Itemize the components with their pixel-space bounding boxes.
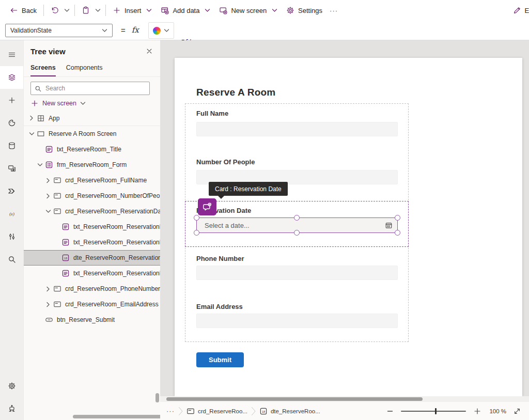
new-screen-tree-button[interactable]: New screen [30, 99, 86, 107]
field-input-phone-number[interactable] [196, 266, 398, 280]
tree-item-frm-reserveroom-form[interactable]: frm_ReserveRoom_Form [24, 157, 160, 173]
rail-insert-button[interactable] [0, 89, 23, 112]
screen-canvas[interactable]: Reserve A Room Full NameNumber Of People… [175, 58, 522, 396]
tab-screens[interactable]: Screens [30, 64, 56, 76]
field-label-full-name[interactable]: Full Name [196, 110, 228, 117]
fx-label: fx [132, 25, 139, 35]
field-input-email-address[interactable] [196, 314, 398, 328]
tree-item-crd-reserveroom-fullname[interactable]: crd_ReserveRoom_FullName [24, 173, 160, 188]
insert-button[interactable]: Insert [109, 3, 158, 18]
tree-item-label: txt_ReserveRoom_ReservationDate [73, 270, 160, 277]
close-icon[interactable] [146, 48, 153, 55]
breadcrumb-item-crd-reserveroo-[interactable]: crd_ReserveRoo... [186, 407, 247, 415]
submit-button[interactable]: Submit [196, 352, 244, 367]
card-control-icon [53, 192, 61, 200]
property-chevron-icon [102, 28, 107, 33]
gear-icon [286, 6, 294, 14]
paste-menu-chevron[interactable] [94, 5, 102, 15]
rail-settings-button[interactable] [0, 375, 23, 397]
tab-components[interactable]: Components [66, 64, 103, 76]
tree-item-txt-reserveroom-title[interactable]: txt_ReserveRoom_Title [24, 142, 160, 157]
resize-handle[interactable] [395, 230, 400, 236]
toolbar-overflow-button[interactable]: ··· [326, 4, 341, 17]
tree-item-txt-reserveroom-reservationdate[interactable]: txt_ReserveRoom_ReservationDate [24, 266, 160, 281]
chevron-right-icon[interactable] [44, 193, 52, 199]
add-data-chevron-icon [203, 5, 212, 15]
card-control-icon [53, 285, 61, 293]
rail-media-button[interactable] [0, 157, 23, 180]
settings-button[interactable]: Settings [283, 4, 326, 17]
tree-vertical-scrollbar[interactable] [155, 393, 159, 402]
tree-item-crd-reserveroom-reservationdate[interactable]: crd_ReserveRoom_ReservationDate [24, 204, 160, 219]
rail-advanced-tools-button[interactable] [0, 225, 23, 248]
card-comment-badge[interactable] [198, 198, 216, 215]
label-control-icon [61, 238, 70, 246]
variables-icon: (x) [8, 210, 16, 218]
rail-tree-view-button[interactable] [0, 66, 23, 89]
undo-button[interactable] [47, 4, 63, 17]
fit-to-window-icon[interactable] [514, 408, 521, 415]
tree-item-txt-reserveroom-reservationdate[interactable]: txt_ReserveRoom_ReservationDate [24, 219, 160, 235]
tree-item-reserve-a-room-screen[interactable]: Reserve A Room Screen [24, 126, 160, 142]
formula-bar: ValidationState = fx If( And( [0, 21, 529, 40]
zoom-slider-handle[interactable] [435, 408, 437, 414]
rail-variables-button[interactable]: (x) [0, 203, 23, 225]
breadcrumb-overflow-button[interactable]: ··· [166, 407, 175, 415]
property-selector[interactable]: ValidationState [5, 24, 113, 37]
zoom-out-button[interactable] [386, 408, 394, 415]
breadcrumb-label: dte_ReserveRoo... [271, 408, 320, 414]
field-input-full-name[interactable] [196, 122, 398, 136]
tree-item-label: txt_ReserveRoom_ReservationDate [73, 223, 160, 230]
rail-search-button[interactable] [0, 248, 23, 271]
chevron-right-icon[interactable] [44, 178, 52, 183]
tree-item-btn-reserve-submit[interactable]: btn_Reserve_Submit [24, 312, 160, 328]
screen-title-label[interactable]: Reserve A Room [196, 87, 275, 98]
add-data-button[interactable]: Add data [157, 3, 215, 18]
canvas-scrollbar-thumb[interactable] [166, 397, 423, 401]
undo-menu-chevron[interactable] [63, 5, 71, 15]
tree-item-crd-reserveroom-phonenumber[interactable]: crd_ReserveRoom_PhoneNumber [24, 281, 160, 297]
back-button[interactable]: Back [6, 4, 40, 17]
rail-data-sources-button[interactable] [0, 134, 23, 157]
property-name: ValidationState [10, 27, 52, 34]
search-icon [35, 85, 41, 92]
tree-item-app[interactable]: App [24, 111, 160, 126]
paste-button[interactable] [78, 4, 94, 17]
tree-item-crd-reserveroom-numberofpeople[interactable]: crd_ReserveRoom_NumberOfPeople [24, 188, 160, 204]
breadcrumb-item-dte-reserveroo-[interactable]: 18dte_ReserveRoo... [259, 407, 320, 415]
zoom-slider[interactable] [401, 408, 466, 415]
chevron-right-icon[interactable] [44, 302, 52, 307]
rail-virtual-agent-button[interactable] [0, 397, 23, 420]
rail-theme-button[interactable] [0, 112, 23, 134]
new-screen-button[interactable]: New screen [215, 3, 283, 18]
tree-item-label: Reserve A Room Screen [49, 130, 116, 137]
search-input[interactable] [44, 84, 146, 92]
zoom-in-button[interactable] [473, 407, 481, 415]
chevron-down-icon[interactable] [27, 131, 36, 136]
resize-handle[interactable] [294, 230, 300, 236]
field-label-phone-number[interactable]: Phone Number [196, 255, 244, 262]
chevron-right-icon[interactable] [27, 115, 36, 121]
chevron-down-icon[interactable] [44, 209, 52, 214]
edit-mode-button[interactable]: Edit [513, 4, 529, 17]
edit-label: Edit [525, 7, 529, 14]
resize-handle[interactable] [194, 215, 199, 221]
settings-icon [8, 382, 16, 390]
back-arrow-icon [10, 6, 18, 14]
resize-handle[interactable] [194, 230, 199, 236]
tree-horizontal-scrollbar[interactable] [73, 415, 160, 418]
tree-item-dte-reserveroom-reservationdate[interactable]: 18dte_ReserveRoom_ReservationDate [24, 250, 160, 266]
resize-handle[interactable] [395, 215, 400, 221]
field-label-email-address[interactable]: Email Address [196, 303, 243, 310]
card-control-icon [186, 407, 195, 415]
tree-item-txt-reserveroom-reservationdate[interactable]: txt_ReserveRoom_ReservationDate [24, 235, 160, 250]
theme-icon [8, 119, 16, 127]
resize-handle[interactable] [294, 215, 300, 221]
chevron-right-icon[interactable] [44, 286, 52, 292]
tree-item-crd-reserveroom-emailaddress[interactable]: crd_ReserveRoom_EmailAddress [24, 297, 160, 312]
chevron-down-icon[interactable] [36, 162, 44, 167]
rail-power-automate-button[interactable] [0, 180, 23, 203]
rail-menu-button[interactable] [0, 43, 23, 66]
copilot-button[interactable] [148, 22, 174, 39]
field-label-number-of-people[interactable]: Number Of People [196, 158, 255, 166]
